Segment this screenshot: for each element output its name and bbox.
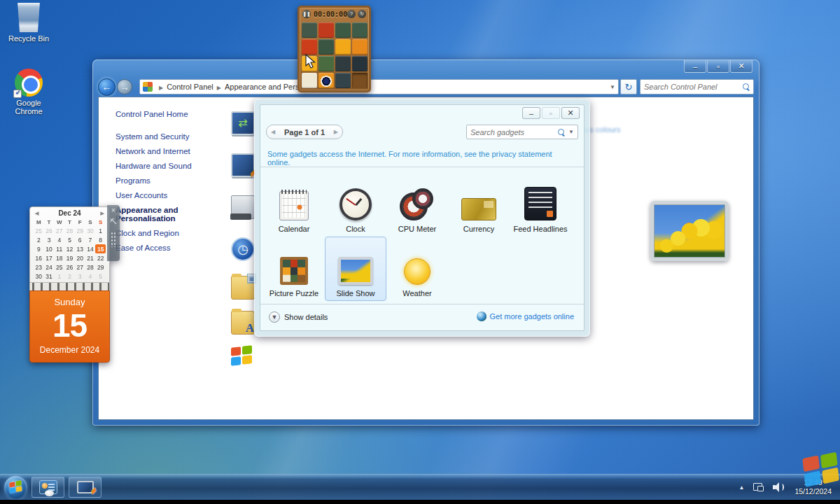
currency-gadget-icon [461, 198, 496, 220]
gadget-item-puzzle[interactable]: Picture Puzzle [263, 237, 325, 301]
puzzle-tile[interactable] [352, 56, 368, 71]
calendar-cell: 2 [64, 272, 75, 281]
gallery-minimize-button[interactable]: – [522, 107, 540, 119]
gadget-close-icon[interactable]: × [111, 206, 115, 218]
gadget-drag-handle[interactable] [111, 232, 116, 247]
puzzle-tile[interactable] [352, 22, 368, 38]
network-icon[interactable] [753, 483, 764, 491]
volume-icon[interactable] [773, 482, 784, 492]
desktop-icon-recycle-bin[interactable]: Recycle Bin [1, 3, 56, 43]
breadcrumb-item[interactable]: Control Panel [167, 83, 214, 91]
folder-options-icon[interactable] [231, 276, 255, 300]
address-bar[interactable]: ▶Control Panel▶Appearance and Personalis… [139, 79, 619, 94]
gadget-gallery-content: – ▫ ✕ ◀ Page 1 of 1 ▶ ▼ Some gadgets acc… [260, 104, 584, 331]
previous-page-icon[interactable]: ◀ [271, 129, 275, 135]
today-month-year: December 2024 [30, 345, 109, 355]
search-input[interactable] [644, 83, 743, 91]
gadget-options-icon[interactable]: ⛏ [110, 218, 117, 229]
gadget-item-currency[interactable]: Currency [448, 172, 510, 237]
calendar-cell: 24 [44, 262, 55, 272]
puzzle-tile[interactable] [318, 73, 334, 88]
puzzle-tile[interactable] [335, 73, 351, 88]
calendar-gadget[interactable]: ◀ Dec 24 ▶ MTWTFSS2526272829301234567891… [29, 206, 110, 363]
puzzle-tile[interactable] [318, 22, 334, 38]
gallery-close-button[interactable]: ✕ [561, 107, 580, 119]
puzzle-shuffle-icon[interactable]: ↻ [358, 10, 366, 18]
next-page-icon[interactable]: ▶ [334, 129, 338, 135]
gadget-item-feed[interactable]: Feed Headlines [510, 172, 571, 237]
search-dropdown-icon[interactable]: ▼ [568, 129, 574, 135]
search-icon [743, 83, 750, 90]
sidebar-item-programs[interactable]: Programs [115, 176, 203, 185]
refresh-button[interactable]: ↻ [620, 79, 637, 94]
title-bar[interactable]: – ▫ ✕ [92, 59, 760, 77]
start-button[interactable] [4, 476, 27, 499]
page-label: Page 1 of 1 [284, 128, 325, 136]
sidebar-item-user-accounts[interactable]: User Accounts [115, 191, 203, 200]
puzzle-help-icon[interactable]: ? [347, 10, 356, 18]
fonts-icon[interactable] [231, 311, 255, 335]
puzzle-tile[interactable] [352, 39, 368, 55]
hidden-icons-arrow[interactable]: ▲ [734, 484, 750, 491]
slide-show-gadget[interactable] [650, 201, 729, 261]
sidebar-item-network-and-internet[interactable]: Network and Internet [115, 147, 203, 155]
gadget-search-input[interactable] [470, 128, 558, 136]
desktop-icon-google-chrome[interactable]: Google Chrome [1, 69, 56, 115]
windows-flag-icon [9, 480, 23, 492]
puzzle-tile[interactable] [302, 22, 317, 38]
ease-of-access-center-icon[interactable] [231, 237, 255, 261]
puzzle-tile[interactable] [302, 73, 317, 88]
puzzle-tile[interactable] [335, 39, 351, 55]
gadget-item-cpu[interactable]: CPU Meter [386, 172, 448, 237]
display-icon[interactable] [231, 153, 255, 177]
puzzle-tile[interactable] [352, 73, 368, 88]
sidebar-item-appearance-and-personalisation[interactable]: Appearance and Personalisation [115, 206, 203, 223]
recycle-bin-label: Recycle Bin [1, 34, 56, 43]
maximize-button[interactable]: ▫ [707, 60, 729, 73]
next-month-icon[interactable]: ▶ [101, 211, 104, 216]
calendar-cell: 26 [64, 262, 75, 272]
sidebar-item-ease-of-access[interactable]: Ease of Access [115, 244, 203, 252]
gadget-item-clock[interactable]: Clock [325, 172, 386, 237]
puzzle-pause-icon[interactable]: ❚❚ [302, 10, 311, 18]
calendar-cell: 27 [75, 262, 85, 272]
sidebar-item-hardware-and-sound[interactable]: Hardware and Sound [115, 162, 203, 170]
calendar-cell: 28 [64, 226, 75, 235]
puzzle-tile[interactable] [318, 56, 334, 71]
getting-started-icon[interactable] [231, 346, 255, 370]
taskbar-button-personalization[interactable] [69, 477, 102, 498]
control-panel-search[interactable] [640, 79, 754, 94]
calendar-month-label: Dec 24 [58, 209, 80, 217]
taskbar-start-menu-icon[interactable] [231, 195, 255, 219]
sidebar-item-system-and-security[interactable]: System and Security [115, 132, 203, 141]
picture-puzzle-gadget[interactable]: ❚❚ 00:00:00 ? ↻ [298, 6, 371, 92]
gadget-search[interactable]: ▼ [466, 125, 578, 139]
puzzle-tile[interactable] [318, 39, 334, 55]
puzzle-tile[interactable] [335, 56, 351, 71]
sidebar-home-link[interactable]: Control Panel Home [115, 110, 223, 118]
show-details-button[interactable]: ▼ Show details [269, 312, 328, 323]
gadget-item-slideshow[interactable]: Slide Show [325, 237, 386, 301]
puzzle-tile[interactable] [335, 22, 351, 38]
address-dropdown-icon[interactable]: ▼ [610, 84, 615, 90]
back-button[interactable]: ← [98, 78, 115, 96]
personalization-icon[interactable] [231, 111, 255, 135]
sidebar-item-clock-and-region[interactable]: Clock and Region [115, 229, 203, 237]
navigation-row: ← → ▶Control Panel▶Appearance and Person… [98, 77, 754, 97]
previous-month-icon[interactable]: ◀ [35, 211, 38, 216]
get-more-gadgets-link[interactable]: Get more gadgets online [477, 312, 574, 321]
calendar-cell: 19 [64, 253, 75, 262]
today-day-number: 15 [30, 309, 109, 342]
gadget-item-calendar[interactable]: Calendar [263, 172, 325, 237]
calendar-cell: 20 [75, 253, 85, 262]
minimize-button[interactable]: – [684, 60, 706, 73]
screen: Recycle Bin Google Chrome – ▫ ✕ ← → ▶Con… [0, 0, 840, 504]
gadget-item-weather[interactable]: Weather [386, 237, 448, 301]
forward-button[interactable]: → [117, 79, 132, 94]
taskbar-button-gadget-gallery[interactable] [31, 477, 64, 498]
gallery-maximize-button[interactable]: ▫ [542, 107, 560, 119]
gadget-controls: × ⛏ [107, 205, 120, 261]
puzzle-tile[interactable] [302, 39, 317, 55]
gadget-label: CPU Meter [398, 225, 436, 233]
close-button[interactable]: ✕ [730, 60, 752, 73]
